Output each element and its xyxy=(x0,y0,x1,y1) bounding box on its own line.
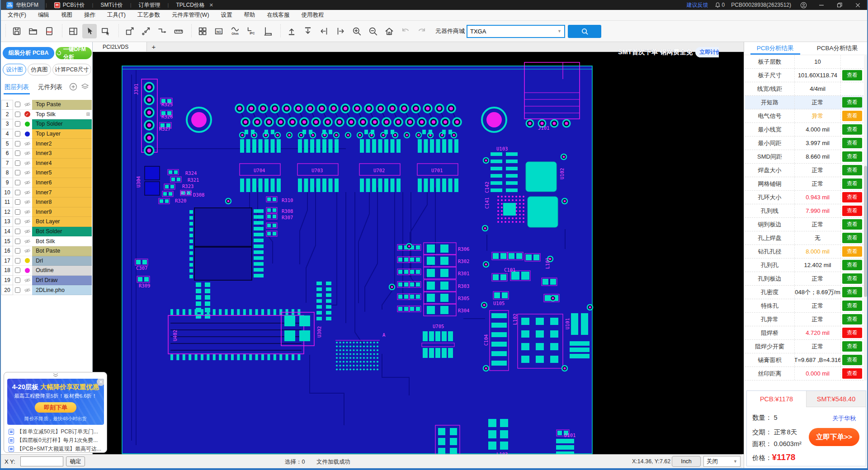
export-pdf-button[interactable]: .s{fill:none;stroke:#4a4a4a;stroke-width… xyxy=(42,24,57,38)
layer-visibility-cell[interactable] xyxy=(22,256,32,266)
layer-visibility-cell[interactable]: ✓ xyxy=(22,110,32,120)
promo-banner[interactable]: ✕ 4-20层板 大幅降价享双重优惠 最高工程费降至5折！板材费6.6折！ 即刻… xyxy=(7,379,104,425)
layer-row-inner6[interactable]: 9Inner6 xyxy=(1,178,92,188)
layer-row-top-silk[interactable]: 2✓Top Silk⊞ xyxy=(1,110,92,120)
layer-visibility-cell[interactable] xyxy=(22,119,32,129)
unit-toggle-button[interactable]: Inch xyxy=(672,456,701,467)
open-button[interactable]: .s{fill:none;stroke:#4a4a4a;stroke-width… xyxy=(26,24,40,38)
layer-checkbox[interactable] xyxy=(15,141,20,146)
fit-view-button[interactable]: .s{fill:none;stroke:#4a4a4a;stroke-width… xyxy=(382,24,396,38)
restore-button[interactable] xyxy=(834,0,845,10)
dfm-analyze-button[interactable]: 一键DFM分析 xyxy=(56,47,92,59)
tab-smt-price[interactable]: SMT:¥548.40 xyxy=(806,391,866,407)
layer-row-bot-silk[interactable]: 15Bot Silk xyxy=(1,236,92,246)
app-tab-5[interactable]: TPLCD价格✕ xyxy=(170,0,220,10)
layer-visibility-cell[interactable] xyxy=(22,159,32,169)
menu-item-10[interactable]: 在线客服 xyxy=(261,10,296,20)
layer-checkbox[interactable] xyxy=(15,219,20,224)
tab-pcb-size[interactable]: 计算PCB尺寸 xyxy=(52,64,91,75)
layer-checkbox[interactable] xyxy=(15,131,20,136)
layer-checkbox[interactable] xyxy=(15,180,20,185)
layer-checkbox[interactable] xyxy=(15,258,20,263)
layer-checkbox[interactable] xyxy=(15,160,20,166)
scrollbar[interactable] xyxy=(864,55,867,381)
view-button[interactable]: 查看 xyxy=(842,124,862,135)
xy-input[interactable] xyxy=(20,456,63,466)
view-button[interactable]: 查看 xyxy=(842,260,862,270)
panelize-button[interactable]: .s{fill:none;stroke:#4a4a4a;stroke-width… xyxy=(195,24,210,38)
view-button[interactable]: 查看 xyxy=(842,111,862,121)
collapse-chevron-icon[interactable] xyxy=(52,373,59,378)
view-button[interactable]: 查看 xyxy=(842,206,862,216)
pan-left-button[interactable]: .s{fill:none;stroke:#4a4a4a;stroke-width… xyxy=(317,24,331,38)
layer-visibility-cell[interactable] xyxy=(22,129,32,139)
view-button[interactable]: 查看 xyxy=(842,179,862,189)
layer-visibility-cell[interactable] xyxy=(22,266,32,276)
layer-visibility-cell[interactable] xyxy=(22,217,32,227)
view-button[interactable]: 查看 xyxy=(842,273,862,284)
document-tab[interactable]: PCI2LVDS xyxy=(93,42,147,52)
zoom-window-button[interactable]: .s{fill:none;stroke:#4a4a4a;stroke-width… xyxy=(99,24,113,38)
layer-visibility-cell[interactable] xyxy=(22,168,32,178)
chevron-down-icon[interactable]: ▼ xyxy=(557,29,564,33)
close-button[interactable] xyxy=(852,0,863,10)
parts-search-button[interactable] xyxy=(568,25,601,38)
layers-icon[interactable] xyxy=(81,83,89,91)
zoom-out-button[interactable]: .s{fill:none;stroke:#4a4a4a;stroke-width… xyxy=(366,24,380,38)
view-button[interactable]: 查看 xyxy=(842,328,862,338)
layer-visibility-cell[interactable] xyxy=(22,246,32,256)
add-tab-button[interactable]: + xyxy=(147,42,160,52)
layer-row-top-layer[interactable]: 4Top Layer xyxy=(1,129,92,139)
layer-checkbox[interactable] xyxy=(15,170,20,175)
about-link[interactable]: 关于华秋 xyxy=(832,414,856,423)
layer-visibility-cell[interactable] xyxy=(22,285,32,295)
menu-item-2[interactable]: 编辑 xyxy=(32,10,55,20)
layer-row-inner2[interactable]: 5Inner2 xyxy=(1,139,92,149)
layer-row-inner9[interactable]: 12Inner9 xyxy=(1,207,92,217)
view-button[interactable]: 查看 xyxy=(842,233,862,243)
pan-right-button[interactable]: .s{fill:none;stroke:#4a4a4a;stroke-width… xyxy=(333,24,348,38)
menu-item-1[interactable]: 文件(F) xyxy=(2,10,32,20)
feedback-link[interactable]: 建议反馈 xyxy=(687,1,708,9)
close-dropdown[interactable]: 关闭▼ xyxy=(703,456,741,467)
view-button[interactable]: 查看 xyxy=(842,368,862,379)
order-now-button[interactable]: 立即下单>> xyxy=(809,428,859,446)
tab-layer-list[interactable]: 图层列表 xyxy=(0,80,33,94)
layer-checkbox[interactable] xyxy=(15,268,20,273)
layer-row-drl-draw[interactable]: 19Drl Draw xyxy=(1,276,92,286)
menu-item-11[interactable]: 使用教程 xyxy=(296,10,330,20)
layer-row-outline[interactable]: 18Outline xyxy=(1,266,92,276)
layer-visibility-cell[interactable] xyxy=(22,188,32,197)
account-icon[interactable] xyxy=(797,0,809,10)
layer-visibility-cell[interactable] xyxy=(22,236,32,246)
layer-row-inner8[interactable]: 11Inner8 xyxy=(1,197,92,207)
view-button[interactable]: 查看 xyxy=(842,219,862,230)
layer-checkbox[interactable] xyxy=(15,121,20,127)
layer-checkbox[interactable] xyxy=(15,190,20,195)
layer-row-top-solder[interactable]: 3Top Solder xyxy=(1,119,92,129)
align-bottom-button[interactable]: .s{fill:none;stroke:#4a4a4a;stroke-width… xyxy=(301,24,315,38)
view-button[interactable]: 查看 xyxy=(842,341,862,352)
ohm-test-button[interactable]: .s{fill:none;stroke:#4a4a4a;stroke-width… xyxy=(228,24,242,38)
redo-button[interactable]: .s{fill:none;stroke:#4a4a4a;stroke-width… xyxy=(415,24,429,38)
view-button[interactable]: 查看 xyxy=(842,192,862,202)
layer-visibility-cell[interactable] xyxy=(22,207,32,217)
view-button[interactable]: 查看 xyxy=(842,287,862,297)
no-part-button[interactable]: .s{fill:none;stroke:#4a4a4a;stroke-width… xyxy=(212,24,226,38)
smt-banner-button[interactable]: 立即计价 xyxy=(695,47,719,57)
add-circle-icon[interactable] xyxy=(69,83,77,91)
menu-item-4[interactable]: 操作 xyxy=(78,10,101,20)
notification-area[interactable]: 0 xyxy=(715,2,725,8)
tab-sim-view[interactable]: 仿真图 xyxy=(28,64,51,75)
layer-checkbox[interactable] xyxy=(15,150,20,156)
promo-order-button[interactable]: 即刻下单 xyxy=(35,402,76,413)
layer-visibility-cell[interactable] xyxy=(22,227,32,237)
app-tab-2[interactable]: HPCB计价 xyxy=(48,0,91,10)
cursor-select-button[interactable]: .s{fill:none;stroke:#4a4a4a;stroke-width… xyxy=(82,24,97,38)
net-trace-button[interactable]: .s{fill:none;stroke:#4a4a4a;stroke-width… xyxy=(155,24,170,38)
view-button[interactable]: 查看 xyxy=(842,70,862,80)
scrollbar-thumb[interactable] xyxy=(864,166,867,297)
promo-news-item-2[interactable]: 【四层板0元打样】每月1次免费... xyxy=(9,436,104,445)
layer-row-inner4[interactable]: 7Inner4 xyxy=(1,159,92,169)
layer-row-inner3[interactable]: 6Inner3 xyxy=(1,149,92,159)
